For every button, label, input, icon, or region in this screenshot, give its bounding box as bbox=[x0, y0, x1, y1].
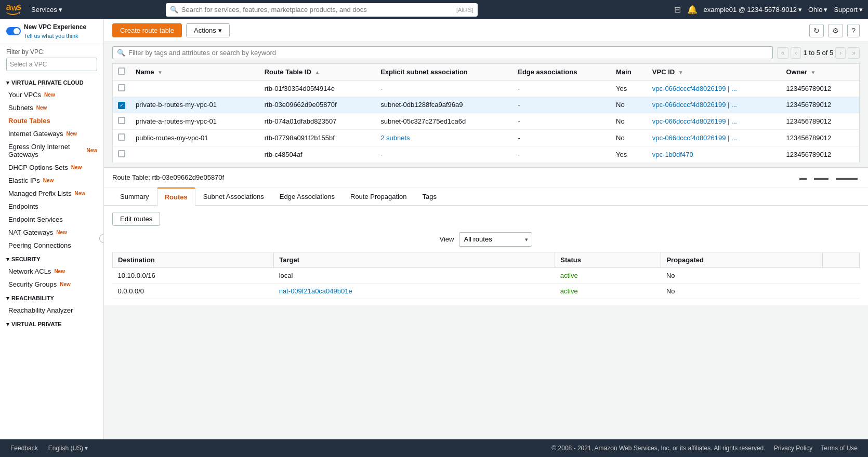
sidebar-item-internet-gateways[interactable]: Internet GatewaysNew bbox=[0, 127, 103, 140]
vpc-filter-select[interactable]: Select a VPC bbox=[6, 58, 97, 71]
sidebar-section-reachability[interactable]: ▾ REACHABILITY bbox=[0, 291, 103, 304]
col-owner[interactable]: Owner ▼ bbox=[781, 64, 860, 80]
sidebar-item-egress-only[interactable]: Egress Only Internet GatewaysNew bbox=[0, 140, 103, 161]
sidebar-item-security-groups[interactable]: Security GroupsNew bbox=[0, 278, 103, 291]
sidebar-item-network-acls[interactable]: Network ACLsNew bbox=[0, 265, 103, 278]
region-menu[interactable]: Ohio ▾ bbox=[808, 6, 827, 14]
row-checkbox-1[interactable]: ✓ bbox=[113, 97, 131, 113]
panel-small-button[interactable]: ▬ bbox=[797, 172, 809, 183]
route-propagated-1: No bbox=[661, 283, 823, 299]
sidebar-item-route-tables[interactable]: Route Tables bbox=[0, 114, 103, 127]
sidebar-item-subnets[interactable]: SubnetsNew bbox=[0, 101, 103, 114]
sidebar-item-label-your-vpcs: Your VPCs bbox=[8, 91, 41, 99]
prev-page-button[interactable]: ‹ bbox=[791, 47, 801, 59]
col-edge-assoc[interactable]: Edge associations bbox=[512, 64, 611, 80]
global-search-input[interactable] bbox=[181, 6, 453, 14]
checkbox-3[interactable] bbox=[118, 133, 125, 141]
bell-icon[interactable]: 🔔 bbox=[687, 5, 698, 15]
sidebar-item-dhcp-options[interactable]: DHCP Options SetsNew bbox=[0, 161, 103, 174]
sidebar-item-endpoints[interactable]: Endpoints bbox=[0, 200, 103, 213]
aws-logo[interactable] bbox=[5, 4, 24, 16]
refresh-button[interactable]: ↻ bbox=[809, 24, 824, 37]
vpc-id-link-3[interactable]: vpc-066dcccf4d8026199 | ... bbox=[652, 134, 737, 142]
row-subnet-0: - bbox=[375, 80, 512, 97]
sidebar-section-virtual-private-cloud[interactable]: ▾ VIRTUAL PRIVATE CLOUD bbox=[0, 75, 103, 88]
route-tables-table: Name ▼ Route Table ID ▲ Explicit subnet … bbox=[112, 63, 860, 163]
vpc-experience-toggle[interactable] bbox=[6, 27, 21, 35]
row-checkbox-4[interactable] bbox=[113, 146, 131, 163]
vpc-experience-link[interactable]: Tell us what you think bbox=[24, 33, 78, 39]
row-checkbox-3[interactable] bbox=[113, 129, 131, 146]
tab-routes[interactable]: Routes bbox=[157, 187, 195, 206]
panel-medium-button[interactable]: ▬▬ bbox=[812, 172, 831, 183]
checkbox-0[interactable] bbox=[118, 84, 125, 91]
row-rt-id-2: rtb-074a01dfabd823507 bbox=[259, 113, 375, 129]
route-target-1: nat-009f21a0ca049b01e bbox=[274, 283, 555, 299]
privacy-link[interactable]: Privacy Policy bbox=[774, 445, 813, 452]
pagination: « ‹ 1 to 5 of 5 › » bbox=[777, 47, 860, 59]
edit-routes-button[interactable]: Edit routes bbox=[112, 212, 160, 226]
row-subnet-4: - bbox=[375, 146, 512, 163]
sidebar-item-endpoint-services[interactable]: Endpoint Services bbox=[0, 213, 103, 226]
detail-tabs: SummaryRoutesSubnet AssociationsEdge Ass… bbox=[104, 187, 868, 206]
badge-nat-gateways: New bbox=[56, 230, 67, 235]
sidebar-item-reachability-analyzer[interactable]: Reachability Analyzer bbox=[0, 304, 103, 317]
row-edge-3: - bbox=[512, 129, 611, 146]
col-route-table-id[interactable]: Route Table ID ▲ bbox=[259, 64, 375, 80]
filter-input[interactable] bbox=[128, 49, 768, 57]
tab-route-propagation[interactable]: Route Propagation bbox=[343, 187, 414, 206]
vpc-id-link-4[interactable]: vpc-1b0df470 bbox=[652, 151, 693, 158]
settings-button[interactable]: ⚙ bbox=[828, 24, 843, 37]
sidebar-section-security[interactable]: ▾ SECURITY bbox=[0, 252, 103, 265]
tab-edge-associations[interactable]: Edge Associations bbox=[272, 187, 343, 206]
tab-subnet-associations[interactable]: Subnet Associations bbox=[195, 187, 272, 206]
help-button[interactable]: ? bbox=[847, 24, 860, 37]
sidebar-item-elastic-ips[interactable]: Elastic IPsNew bbox=[0, 174, 103, 187]
tab-summary[interactable]: Summary bbox=[112, 187, 157, 206]
sidebar-sections: ▾ VIRTUAL PRIVATE CLOUDYour VPCsNewSubne… bbox=[0, 75, 103, 330]
account-menu[interactable]: example01 @ 1234-5678-9012 ▾ bbox=[704, 6, 802, 14]
panel-large-button[interactable]: ▬▬▬ bbox=[834, 172, 860, 183]
sidebar-item-nat-gateways[interactable]: NAT GatewaysNew bbox=[0, 226, 103, 239]
actions-button[interactable]: Actions ▾ bbox=[186, 23, 230, 37]
col-explicit-subnet[interactable]: Explicit subnet association bbox=[375, 64, 512, 80]
target-link-1[interactable]: nat-009f21a0ca049b01e bbox=[279, 287, 352, 295]
tab-tags[interactable]: Tags bbox=[414, 187, 444, 206]
vpc-id-link-1[interactable]: vpc-066dcccf4d8026199 | ... bbox=[652, 101, 737, 109]
select-all-header[interactable] bbox=[113, 64, 131, 80]
row-checkbox-0[interactable] bbox=[113, 80, 131, 97]
services-menu[interactable]: Services ▾ bbox=[28, 4, 65, 16]
col-main[interactable]: Main bbox=[611, 64, 647, 80]
support-menu[interactable]: Support ▾ bbox=[834, 6, 863, 14]
vpc-id-link-2[interactable]: vpc-066dcccf4d8026199 | ... bbox=[652, 117, 737, 125]
row-checkbox-2[interactable] bbox=[113, 113, 131, 129]
sidebar-item-peering[interactable]: Peering Connections bbox=[0, 239, 103, 252]
copyright-text: © 2008 - 2021, Amazon Web Services, Inc.… bbox=[551, 445, 765, 452]
checkbox-4[interactable] bbox=[118, 150, 125, 157]
col-name[interactable]: Name ▼ bbox=[130, 64, 259, 80]
view-select[interactable]: All routesLocal routesPropagated routes bbox=[459, 232, 532, 247]
last-page-button[interactable]: » bbox=[848, 47, 860, 59]
checkbox-1[interactable]: ✓ bbox=[118, 102, 125, 109]
language-selector[interactable]: English (US) ▾ bbox=[48, 445, 88, 452]
badge-dhcp-options: New bbox=[71, 165, 82, 170]
cloudshell-icon[interactable]: ⊟ bbox=[674, 5, 681, 15]
first-page-button[interactable]: « bbox=[777, 47, 789, 59]
sidebar-section-virtual-private[interactable]: ▾ VIRTUAL PRIVATE bbox=[0, 317, 103, 330]
select-all-checkbox[interactable] bbox=[118, 68, 125, 75]
sidebar-item-your-vpcs[interactable]: Your VPCsNew bbox=[0, 88, 103, 101]
subnet-link-3[interactable]: 2 subnets bbox=[380, 134, 410, 142]
next-page-button[interactable]: › bbox=[835, 47, 846, 59]
vpc-id-link-0[interactable]: vpc-066dcccf4d8026199 | ... bbox=[652, 85, 737, 92]
terms-link[interactable]: Terms of Use bbox=[821, 445, 858, 452]
vpc-experience-banner: New VPC Experience Tell us what you thin… bbox=[0, 19, 103, 44]
table-header-row: Name ▼ Route Table ID ▲ Explicit subnet … bbox=[113, 64, 860, 80]
col-vpc-id[interactable]: VPC ID ▼ bbox=[647, 64, 781, 80]
routes-table-body: 10.10.0.0/16 local active No 0.0.0.0/0 n… bbox=[113, 267, 860, 299]
create-route-table-button[interactable]: Create route table bbox=[112, 23, 182, 37]
checkbox-2[interactable] bbox=[118, 117, 125, 124]
feedback-link[interactable]: Feedback bbox=[10, 445, 38, 452]
sidebar-item-managed-prefix[interactable]: Managed Prefix ListsNew bbox=[0, 187, 103, 200]
top-nav-right: ⊟ 🔔 example01 @ 1234-5678-9012 ▾ Ohio ▾ … bbox=[674, 5, 863, 15]
row-owner-3: 123456789012 bbox=[781, 129, 860, 146]
